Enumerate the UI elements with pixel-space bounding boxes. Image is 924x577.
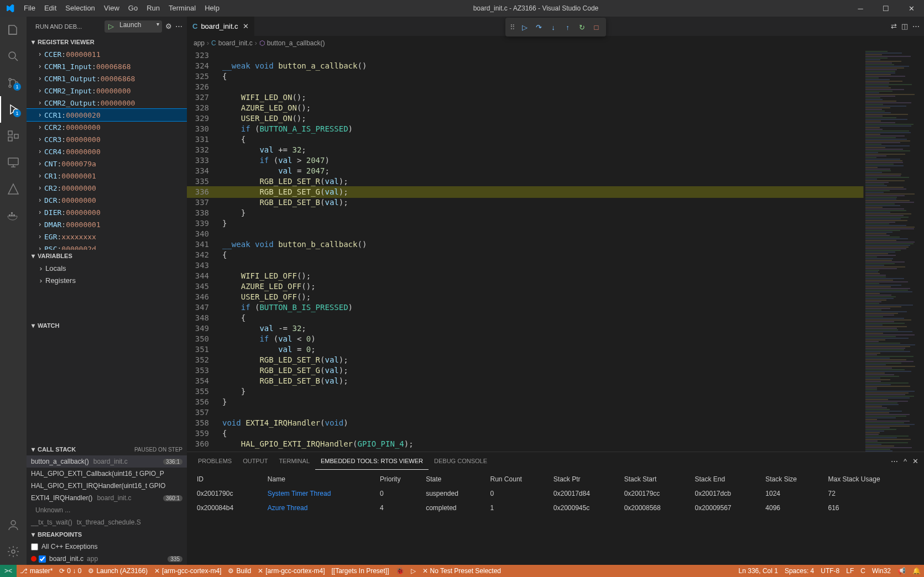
- register-CNT[interactable]: ›CNT: 0000079a: [27, 158, 187, 170]
- register-CCMR2_Output[interactable]: ›CCMR2_Output: 00000000: [27, 97, 187, 109]
- crumb-folder[interactable]: app: [194, 39, 205, 47]
- code-line-352[interactable]: 352 RGB_LED_SET_R(val);: [187, 355, 863, 365]
- code-line-332[interactable]: 332 val += 32;: [187, 145, 863, 155]
- close-button[interactable]: ✕: [899, 0, 924, 17]
- tab-close-icon[interactable]: ✕: [243, 22, 249, 30]
- explorer-icon[interactable]: [0, 17, 27, 43]
- code-line-338[interactable]: 338 }: [187, 208, 863, 218]
- register-DIER[interactable]: ›DIER: 00000000: [27, 206, 187, 218]
- drag-handle-icon[interactable]: ⠿: [508, 23, 518, 32]
- code-line-348[interactable]: 348 {: [187, 313, 863, 323]
- code-line-324[interactable]: 324__weak void button_a_callback(): [187, 61, 863, 71]
- code-line-351[interactable]: 351 val = 0;: [187, 344, 863, 355]
- menu-help[interactable]: Help: [200, 0, 224, 17]
- status-git-sync[interactable]: ⟳0 ↓ 0: [56, 565, 85, 577]
- code-line-358[interactable]: 358void EXTI4_IRQHandler(void): [187, 418, 863, 428]
- register-CCR1[interactable]: ›CCR1: 00000020: [27, 109, 187, 121]
- cmake-icon[interactable]: [0, 176, 27, 202]
- code-line-342[interactable]: 342{: [187, 250, 863, 260]
- code-line-353[interactable]: 353 RGB_LED_SET_G(val);: [187, 365, 863, 376]
- tab-more-icon[interactable]: ⋯: [912, 22, 920, 30]
- status-bell-icon[interactable]: 🔔: [909, 565, 924, 577]
- status-platform[interactable]: Win32: [869, 565, 894, 577]
- step-into-button[interactable]: ↓: [546, 20, 561, 34]
- thread-link[interactable]: Azure Thread: [268, 504, 308, 512]
- register-CCR4[interactable]: ›CCR4: 00000000: [27, 145, 187, 158]
- panel-tab-problems[interactable]: PROBLEMS: [192, 452, 237, 470]
- code-line-355[interactable]: 355 }: [187, 386, 863, 397]
- code-line-330[interactable]: 330 if (BUTTON_A_IS_PRESSED): [187, 124, 863, 134]
- menu-go[interactable]: Go: [124, 0, 142, 17]
- launch-config-select[interactable]: Launch: [117, 21, 161, 32]
- stack-frame[interactable]: HAL_GPIO_EXTI_Callback(uint16_t GPIO_P: [27, 468, 187, 480]
- callstack-header[interactable]: ▾CALL STACKPAUSED ON STEP: [27, 443, 187, 455]
- breadcrumbs[interactable]: app › Cboard_init.c › ⬡button_a_callback…: [187, 36, 924, 50]
- search-icon[interactable]: [0, 43, 27, 70]
- maximize-button[interactable]: ☐: [873, 0, 899, 17]
- stack-frame[interactable]: button_a_callback()board_init.c336:1: [27, 455, 187, 468]
- code-line-331[interactable]: 331 {: [187, 134, 863, 145]
- panel-more-icon[interactable]: ⋯: [891, 457, 898, 465]
- status-kit-2[interactable]: ✕[arm-gcc-cortex-m4]: [254, 565, 328, 577]
- code-line-347[interactable]: 347 if (BUTTON_B_IS_PRESSED): [187, 302, 863, 313]
- register-CCMR1_Output[interactable]: ›CCMR1_Output: 00006868: [27, 72, 187, 85]
- code-line-349[interactable]: 349 val -= 32;: [187, 323, 863, 334]
- stack-frame[interactable]: Unknown ...: [27, 504, 187, 516]
- breakpoint-checkbox[interactable]: [39, 555, 46, 563]
- remote-explorer-icon[interactable]: [0, 149, 27, 176]
- code-line-339[interactable]: 339}: [187, 218, 863, 229]
- stack-frame[interactable]: HAL_GPIO_EXTI_IRQHandler(uint16_t GPIO: [27, 480, 187, 492]
- split-editor-icon[interactable]: ◫: [901, 22, 908, 30]
- scope-registers[interactable]: ›Registers: [27, 274, 187, 286]
- restart-button[interactable]: ↻: [575, 20, 589, 34]
- status-launch-config[interactable]: ⚙Launch (AZ3166): [85, 565, 151, 577]
- menu-file[interactable]: File: [19, 0, 40, 17]
- code-line-329[interactable]: 329 USER_LED_ON();: [187, 113, 863, 124]
- breakpoint-item[interactable]: All C++ Exceptions: [27, 541, 187, 553]
- code-line-345[interactable]: 345 AZURE_LED_OFF();: [187, 281, 863, 292]
- code-line-326[interactable]: 326: [187, 82, 863, 92]
- debug-more-icon[interactable]: ⋯: [175, 22, 182, 30]
- panel-close-icon[interactable]: ✕: [912, 457, 918, 465]
- rtos-row[interactable]: 0x2001790cSystem Timer Thread0suspended0…: [192, 486, 918, 501]
- status-kit-1[interactable]: ✕[arm-gcc-cortex-m4]: [151, 565, 225, 577]
- code-line-350[interactable]: 350 if (val < 0): [187, 334, 863, 344]
- register-CCMR1_Input[interactable]: ›CCMR1_Input: 00006868: [27, 60, 187, 72]
- code-line-354[interactable]: 354 RGB_LED_SET_B(val);: [187, 376, 863, 386]
- tab-board-init[interactable]: C board_init.c ✕: [187, 17, 255, 36]
- extensions-icon[interactable]: [0, 123, 27, 149]
- status-feedback-icon[interactable]: 📢: [894, 565, 909, 577]
- code-line-357[interactable]: 357: [187, 407, 863, 418]
- code-line-337[interactable]: 337 RGB_LED_SET_B(val);: [187, 197, 863, 208]
- settings-gear-icon[interactable]: [0, 538, 27, 565]
- status-language[interactable]: C: [857, 565, 869, 577]
- menu-view[interactable]: View: [100, 0, 124, 17]
- minimap[interactable]: [863, 50, 924, 452]
- register-DMAR[interactable]: ›DMAR: 00000001: [27, 218, 187, 230]
- status-eol[interactable]: LF: [843, 565, 857, 577]
- code-line-360[interactable]: 360 HAL_GPIO_EXTI_IRQHandler(GPIO_PIN_4)…: [187, 439, 863, 449]
- status-git-branch[interactable]: ⎇master*: [17, 565, 56, 577]
- source-control-icon[interactable]: 1: [0, 70, 27, 96]
- thread-link[interactable]: System Timer Thread: [268, 490, 331, 497]
- register-CR2[interactable]: ›CR2: 00000000: [27, 182, 187, 194]
- panel-tab-output[interactable]: OUTPUT: [237, 452, 273, 470]
- register-DCR[interactable]: ›DCR: 00000000: [27, 194, 187, 206]
- status-targets[interactable]: [[Targets In Preset]]: [328, 565, 392, 577]
- code-line-340[interactable]: 340: [187, 229, 863, 239]
- menu-terminal[interactable]: Terminal: [164, 0, 200, 17]
- crumb-symbol[interactable]: button_a_callback(): [267, 39, 325, 47]
- code-editor[interactable]: 323324__weak void button_a_callback()325…: [187, 50, 863, 452]
- rtos-row[interactable]: 0x200084b4Azure Thread4completed10x20009…: [192, 501, 918, 515]
- docker-icon[interactable]: [0, 202, 27, 229]
- debug-settings-icon[interactable]: ⚙: [165, 22, 172, 30]
- code-line-328[interactable]: 328 AZURE_LED_ON();: [187, 103, 863, 113]
- menu-run[interactable]: Run: [142, 0, 164, 17]
- status-debug-icon[interactable]: 🐞: [393, 565, 408, 577]
- run-debug-icon[interactable]: 1: [0, 96, 27, 123]
- code-line-346[interactable]: 346 USER_LED_OFF();: [187, 292, 863, 302]
- register-CCMR2_Input[interactable]: ›CCMR2_Input: 00000000: [27, 85, 187, 97]
- stack-frame[interactable]: __tx_ts_wait()tx_thread_schedule.S: [27, 516, 187, 528]
- watch-header[interactable]: ▾WATCH: [27, 319, 187, 332]
- code-line-356[interactable]: 356}: [187, 397, 863, 407]
